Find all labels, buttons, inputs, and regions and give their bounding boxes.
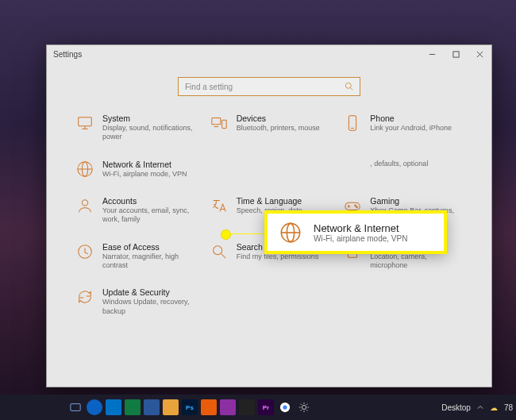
- callout-dot: [221, 229, 231, 240]
- tile-sub: , defaults, optional: [370, 160, 428, 168]
- svg-point-12: [302, 405, 306, 409]
- svg-line-5: [351, 87, 353, 90]
- tile-sub: Link your Android, iPhone: [370, 124, 452, 133]
- callout-sub: Wi-Fi, airplane mode, VPN: [314, 234, 407, 243]
- taskview-icon[interactable]: [67, 399, 83, 415]
- tile-title: Accounts: [102, 196, 195, 206]
- search-icon: [345, 82, 353, 92]
- network-internet-callout[interactable]: Network & Internet Wi-Fi, airplane mode,…: [264, 210, 447, 254]
- maximize-button[interactable]: [444, 45, 468, 63]
- settings-content: Find a setting SystemDisplay, sound, not…: [47, 63, 491, 387]
- tile-sub: Your accounts, email, sync, work, family: [102, 206, 195, 225]
- tray-chevron-icon[interactable]: [477, 403, 483, 412]
- svg-rect-9: [71, 404, 80, 411]
- tile-sub: Narrator, magnifier, high contrast: [102, 252, 195, 271]
- search-placeholder: Find a setting: [185, 83, 345, 91]
- weather-temp[interactable]: 78: [504, 403, 513, 412]
- callout-line: [229, 233, 265, 234]
- tile-title: System: [102, 114, 195, 124]
- excel-icon[interactable]: [125, 399, 141, 415]
- callout-title: Network & Internet: [314, 222, 407, 234]
- word-icon[interactable]: [144, 399, 160, 415]
- search-input[interactable]: Find a setting: [178, 77, 360, 96]
- tile-devices[interactable]: DevicesBluetooth, printers, mouse: [210, 114, 329, 142]
- chat-icon[interactable]: [220, 399, 236, 415]
- weather-icon[interactable]: ☁: [490, 403, 498, 412]
- tile-title: Devices: [237, 114, 320, 124]
- person-icon: [75, 196, 94, 215]
- system-icon: [75, 114, 94, 133]
- tile-globe[interactable]: Network & InternetWi-Fi, airplane mode, …: [75, 160, 195, 179]
- lang-icon: [210, 196, 229, 215]
- tile-sub: Windows Update, recovery, backup: [102, 298, 195, 316]
- close-button[interactable]: [468, 45, 491, 63]
- svg-rect-1: [452, 51, 458, 56]
- terminal-icon[interactable]: [239, 399, 255, 415]
- tile-title: Phone: [370, 114, 452, 124]
- settings-gear-icon[interactable]: [296, 399, 312, 415]
- premiere-icon[interactable]: Pr: [258, 399, 274, 415]
- tile-sub: Wi-Fi, airplane mode, VPN: [102, 170, 187, 179]
- globe-icon: [75, 160, 94, 179]
- tile-apps: , defaults, optional: [343, 160, 463, 179]
- show-desktop-label[interactable]: Desktop: [441, 403, 471, 412]
- minimize-button[interactable]: [420, 45, 444, 63]
- tile-title: Gaming: [370, 196, 463, 206]
- tile-sub: Location, camera, microphone: [370, 252, 463, 271]
- taskbar-left: Ps Pr: [0, 399, 312, 415]
- tile-ease[interactable]: Ease of AccessNarrator, magnifier, high …: [75, 242, 195, 271]
- update-icon: [75, 287, 94, 306]
- tile-title: Time & Language: [237, 196, 302, 206]
- tile-update[interactable]: Update & SecurityWindows Update, recover…: [75, 287, 195, 316]
- taskbar: Ps Pr Desktop ☁ 78: [0, 395, 516, 420]
- desktop: Settings Find a setting SystemDisplay, s…: [0, 0, 516, 420]
- tile-sub: Bluetooth, printers, mouse: [237, 124, 320, 133]
- svg-point-11: [283, 405, 287, 409]
- window-title: Settings: [47, 50, 82, 59]
- titlebar: Settings: [47, 45, 491, 63]
- tile-phone[interactable]: PhoneLink your Android, iPhone: [343, 114, 463, 142]
- tile-person[interactable]: AccountsYour accounts, email, sync, work…: [75, 196, 195, 225]
- taskbar-right: Desktop ☁ 78: [441, 403, 516, 412]
- tile-system[interactable]: SystemDisplay, sound, notifications, pow…: [75, 114, 195, 142]
- tile-title: Network & Internet: [102, 160, 187, 170]
- svg-point-4: [345, 83, 351, 88]
- outlook-icon[interactable]: [106, 399, 121, 415]
- settings-window: Settings Find a setting SystemDisplay, s…: [46, 44, 492, 387]
- vlc-icon[interactable]: [201, 399, 217, 415]
- tile-title: Ease of Access: [102, 242, 195, 252]
- edge-icon[interactable]: [87, 399, 102, 415]
- tile-sub: Display, sound, notifications, power: [102, 124, 195, 142]
- globe-icon: [279, 221, 302, 245]
- explorer-icon[interactable]: [163, 399, 179, 415]
- chrome-icon[interactable]: [277, 399, 293, 415]
- tile-title: Update & Security: [102, 287, 195, 298]
- ease-icon: [75, 242, 94, 261]
- search-icon: [210, 242, 229, 261]
- devices-icon: [210, 114, 229, 133]
- photoshop-icon[interactable]: Ps: [182, 399, 198, 415]
- phone-icon: [343, 114, 362, 133]
